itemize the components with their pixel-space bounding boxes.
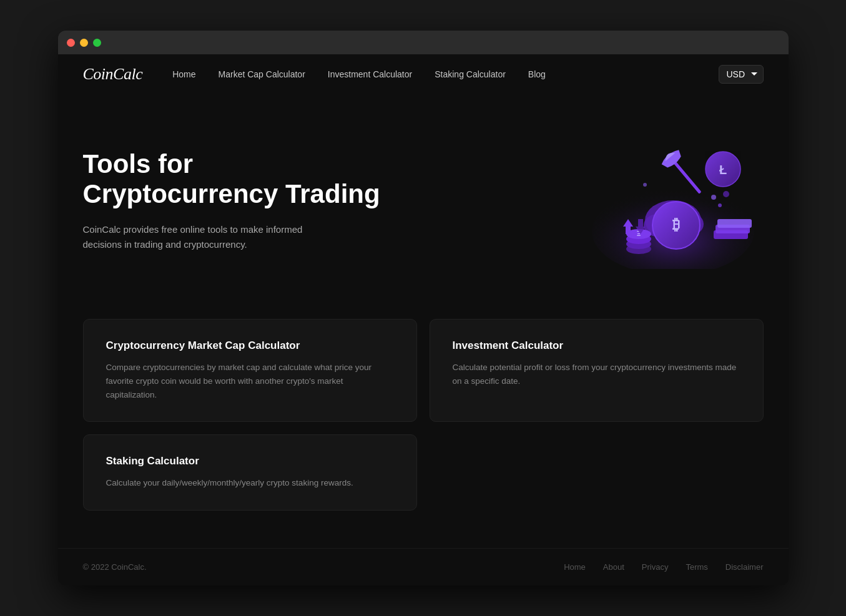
footer-home[interactable]: Home: [564, 562, 586, 572]
hero-section: Tools for Cryptocurrency Trading CoinCal…: [58, 94, 789, 306]
cards-section: Cryptocurrency Market Cap Calculator Com…: [58, 306, 789, 547]
market-cap-card[interactable]: Cryptocurrency Market Cap Calculator Com…: [83, 319, 417, 422]
investment-card[interactable]: Investment Calculator Calculate potentia…: [430, 319, 764, 422]
market-cap-card-title: Cryptocurrency Market Cap Calculator: [106, 340, 394, 352]
titlebar: [58, 31, 789, 54]
nav-links: Home Market Cap Calculator Investment Ca…: [172, 69, 718, 79]
logo[interactable]: CoinCalc: [83, 65, 143, 84]
svg-point-18: [718, 203, 722, 207]
footer-about[interactable]: About: [603, 562, 624, 572]
svg-point-17: [711, 195, 716, 200]
hero-text: Tools for Cryptocurrency Trading CoinCal…: [83, 149, 395, 252]
investment-card-desc: Calculate potential profit or loss from …: [453, 361, 740, 388]
nav-home[interactable]: Home: [172, 69, 195, 79]
footer-copyright: © 2022 CoinCalc.: [83, 562, 147, 572]
navbar: CoinCalc Home Market Cap Calculator Inve…: [58, 54, 789, 94]
svg-rect-3: [717, 219, 752, 228]
footer-privacy[interactable]: Privacy: [642, 562, 669, 572]
nav-blog[interactable]: Blog: [528, 69, 546, 79]
app-window: CoinCalc Home Market Cap Calculator Inve…: [58, 31, 789, 585]
investment-card-title: Investment Calculator: [453, 340, 740, 352]
staking-card-title: Staking Calculator: [106, 455, 394, 467]
currency-selector[interactable]: USD EUR GBP BTC ETH: [719, 65, 764, 84]
minimize-button[interactable]: [80, 39, 88, 47]
footer-disclaimer[interactable]: Disclaimer: [725, 562, 764, 572]
nav-investment[interactable]: Investment Calculator: [328, 69, 412, 79]
staking-card[interactable]: Staking Calculator Calculate your daily/…: [83, 434, 417, 511]
footer-links: Home About Privacy Terms Disclaimer: [564, 562, 763, 572]
nav-market-cap[interactable]: Market Cap Calculator: [219, 69, 305, 79]
footer-terms[interactable]: Terms: [686, 562, 707, 572]
svg-text:Ł: Ł: [719, 163, 726, 177]
nav-staking[interactable]: Staking Calculator: [435, 69, 506, 79]
staking-card-desc: Calculate your daily/weekly/monthly/year…: [106, 476, 394, 490]
svg-point-19: [723, 191, 729, 197]
footer: © 2022 CoinCalc. Home About Privacy Term…: [58, 548, 789, 585]
hero-illustration: ₿ Ξ Ł: [564, 132, 764, 269]
close-button[interactable]: [67, 39, 75, 47]
hero-title: Tools for Cryptocurrency Trading: [83, 149, 395, 210]
svg-text:₿: ₿: [672, 216, 680, 233]
svg-point-20: [643, 183, 647, 187]
maximize-button[interactable]: [93, 39, 101, 47]
market-cap-card-desc: Compare cryptocurrencies by market cap a…: [106, 361, 394, 401]
hero-subtitle: CoinCalc provides free online tools to m…: [83, 222, 320, 252]
